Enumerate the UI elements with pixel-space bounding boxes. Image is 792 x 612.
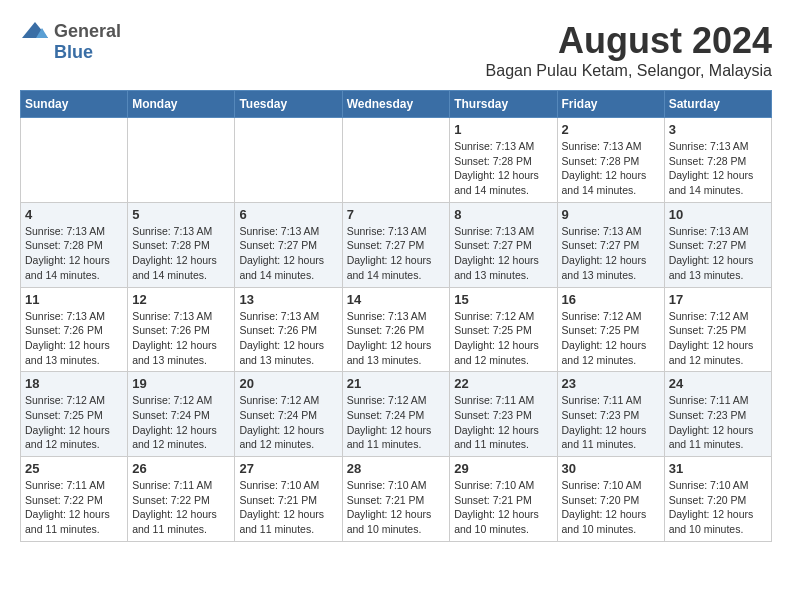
day-number: 28 — [347, 461, 446, 476]
day-info: Sunrise: 7:13 AMSunset: 7:28 PMDaylight:… — [562, 139, 660, 198]
calendar-header: Sunday Monday Tuesday Wednesday Thursday… — [21, 91, 772, 118]
day-number: 13 — [239, 292, 337, 307]
calendar-cell-w1-d5: 1Sunrise: 7:13 AMSunset: 7:28 PMDaylight… — [450, 118, 557, 203]
day-info: Sunrise: 7:13 AMSunset: 7:27 PMDaylight:… — [454, 224, 552, 283]
day-number: 1 — [454, 122, 552, 137]
day-info: Sunrise: 7:10 AMSunset: 7:21 PMDaylight:… — [454, 478, 552, 537]
day-info: Sunrise: 7:10 AMSunset: 7:21 PMDaylight:… — [347, 478, 446, 537]
day-number: 29 — [454, 461, 552, 476]
calendar-cell-w4-d6: 23Sunrise: 7:11 AMSunset: 7:23 PMDayligh… — [557, 372, 664, 457]
day-number: 21 — [347, 376, 446, 391]
calendar-cell-w4-d7: 24Sunrise: 7:11 AMSunset: 7:23 PMDayligh… — [664, 372, 771, 457]
calendar-cell-w5-d6: 30Sunrise: 7:10 AMSunset: 7:20 PMDayligh… — [557, 457, 664, 542]
logo: General Blue — [20, 20, 121, 63]
day-number: 27 — [239, 461, 337, 476]
day-info: Sunrise: 7:12 AMSunset: 7:25 PMDaylight:… — [562, 309, 660, 368]
week-row-4: 18Sunrise: 7:12 AMSunset: 7:25 PMDayligh… — [21, 372, 772, 457]
day-info: Sunrise: 7:13 AMSunset: 7:28 PMDaylight:… — [25, 224, 123, 283]
calendar-cell-w1-d1 — [21, 118, 128, 203]
calendar-cell-w2-d3: 6Sunrise: 7:13 AMSunset: 7:27 PMDaylight… — [235, 202, 342, 287]
day-info: Sunrise: 7:11 AMSunset: 7:23 PMDaylight:… — [454, 393, 552, 452]
day-info: Sunrise: 7:10 AMSunset: 7:21 PMDaylight:… — [239, 478, 337, 537]
calendar-cell-w5-d4: 28Sunrise: 7:10 AMSunset: 7:21 PMDayligh… — [342, 457, 450, 542]
calendar-cell-w2-d4: 7Sunrise: 7:13 AMSunset: 7:27 PMDaylight… — [342, 202, 450, 287]
day-number: 19 — [132, 376, 230, 391]
day-info: Sunrise: 7:12 AMSunset: 7:25 PMDaylight:… — [669, 309, 767, 368]
day-number: 7 — [347, 207, 446, 222]
day-number: 31 — [669, 461, 767, 476]
calendar-cell-w4-d2: 19Sunrise: 7:12 AMSunset: 7:24 PMDayligh… — [128, 372, 235, 457]
day-info: Sunrise: 7:12 AMSunset: 7:24 PMDaylight:… — [132, 393, 230, 452]
day-number: 8 — [454, 207, 552, 222]
day-number: 25 — [25, 461, 123, 476]
day-number: 15 — [454, 292, 552, 307]
calendar-cell-w3-d3: 13Sunrise: 7:13 AMSunset: 7:26 PMDayligh… — [235, 287, 342, 372]
calendar-cell-w1-d7: 3Sunrise: 7:13 AMSunset: 7:28 PMDaylight… — [664, 118, 771, 203]
day-info: Sunrise: 7:13 AMSunset: 7:27 PMDaylight:… — [669, 224, 767, 283]
day-number: 3 — [669, 122, 767, 137]
calendar-cell-w3-d1: 11Sunrise: 7:13 AMSunset: 7:26 PMDayligh… — [21, 287, 128, 372]
day-info: Sunrise: 7:13 AMSunset: 7:28 PMDaylight:… — [132, 224, 230, 283]
calendar-cell-w2-d7: 10Sunrise: 7:13 AMSunset: 7:27 PMDayligh… — [664, 202, 771, 287]
col-sunday: Sunday — [21, 91, 128, 118]
calendar-cell-w5-d7: 31Sunrise: 7:10 AMSunset: 7:20 PMDayligh… — [664, 457, 771, 542]
day-number: 4 — [25, 207, 123, 222]
location: Bagan Pulau Ketam, Selangor, Malaysia — [486, 62, 772, 80]
day-number: 26 — [132, 461, 230, 476]
day-number: 11 — [25, 292, 123, 307]
day-info: Sunrise: 7:10 AMSunset: 7:20 PMDaylight:… — [562, 478, 660, 537]
day-info: Sunrise: 7:13 AMSunset: 7:26 PMDaylight:… — [347, 309, 446, 368]
col-friday: Friday — [557, 91, 664, 118]
day-number: 12 — [132, 292, 230, 307]
day-info: Sunrise: 7:12 AMSunset: 7:24 PMDaylight:… — [239, 393, 337, 452]
week-row-5: 25Sunrise: 7:11 AMSunset: 7:22 PMDayligh… — [21, 457, 772, 542]
calendar-table: Sunday Monday Tuesday Wednesday Thursday… — [20, 90, 772, 542]
calendar-cell-w3-d7: 17Sunrise: 7:12 AMSunset: 7:25 PMDayligh… — [664, 287, 771, 372]
title-block: August 2024 Bagan Pulau Ketam, Selangor,… — [486, 20, 772, 80]
day-number: 24 — [669, 376, 767, 391]
calendar-cell-w2-d2: 5Sunrise: 7:13 AMSunset: 7:28 PMDaylight… — [128, 202, 235, 287]
calendar-cell-w5-d1: 25Sunrise: 7:11 AMSunset: 7:22 PMDayligh… — [21, 457, 128, 542]
calendar-cell-w2-d5: 8Sunrise: 7:13 AMSunset: 7:27 PMDaylight… — [450, 202, 557, 287]
calendar-cell-w4-d3: 20Sunrise: 7:12 AMSunset: 7:24 PMDayligh… — [235, 372, 342, 457]
day-number: 6 — [239, 207, 337, 222]
day-info: Sunrise: 7:12 AMSunset: 7:24 PMDaylight:… — [347, 393, 446, 452]
calendar-cell-w5-d5: 29Sunrise: 7:10 AMSunset: 7:21 PMDayligh… — [450, 457, 557, 542]
day-info: Sunrise: 7:13 AMSunset: 7:27 PMDaylight:… — [562, 224, 660, 283]
day-number: 20 — [239, 376, 337, 391]
day-info: Sunrise: 7:10 AMSunset: 7:20 PMDaylight:… — [669, 478, 767, 537]
day-info: Sunrise: 7:11 AMSunset: 7:22 PMDaylight:… — [132, 478, 230, 537]
calendar-cell-w1-d6: 2Sunrise: 7:13 AMSunset: 7:28 PMDaylight… — [557, 118, 664, 203]
calendar-cell-w3-d2: 12Sunrise: 7:13 AMSunset: 7:26 PMDayligh… — [128, 287, 235, 372]
calendar-cell-w1-d4 — [342, 118, 450, 203]
day-number: 30 — [562, 461, 660, 476]
col-tuesday: Tuesday — [235, 91, 342, 118]
calendar-cell-w3-d5: 15Sunrise: 7:12 AMSunset: 7:25 PMDayligh… — [450, 287, 557, 372]
day-info: Sunrise: 7:13 AMSunset: 7:26 PMDaylight:… — [132, 309, 230, 368]
logo-blue: Blue — [54, 42, 93, 63]
logo-general: General — [54, 21, 121, 42]
calendar-cell-w5-d2: 26Sunrise: 7:11 AMSunset: 7:22 PMDayligh… — [128, 457, 235, 542]
calendar-cell-w3-d6: 16Sunrise: 7:12 AMSunset: 7:25 PMDayligh… — [557, 287, 664, 372]
calendar-cell-w3-d4: 14Sunrise: 7:13 AMSunset: 7:26 PMDayligh… — [342, 287, 450, 372]
calendar-cell-w2-d6: 9Sunrise: 7:13 AMSunset: 7:27 PMDaylight… — [557, 202, 664, 287]
col-saturday: Saturday — [664, 91, 771, 118]
day-info: Sunrise: 7:11 AMSunset: 7:22 PMDaylight:… — [25, 478, 123, 537]
logo-icon — [20, 20, 50, 42]
day-number: 23 — [562, 376, 660, 391]
calendar-cell-w2-d1: 4Sunrise: 7:13 AMSunset: 7:28 PMDaylight… — [21, 202, 128, 287]
day-number: 5 — [132, 207, 230, 222]
day-info: Sunrise: 7:11 AMSunset: 7:23 PMDaylight:… — [562, 393, 660, 452]
day-number: 22 — [454, 376, 552, 391]
day-info: Sunrise: 7:13 AMSunset: 7:27 PMDaylight:… — [347, 224, 446, 283]
week-row-2: 4Sunrise: 7:13 AMSunset: 7:28 PMDaylight… — [21, 202, 772, 287]
day-info: Sunrise: 7:13 AMSunset: 7:26 PMDaylight:… — [239, 309, 337, 368]
day-info: Sunrise: 7:13 AMSunset: 7:26 PMDaylight:… — [25, 309, 123, 368]
day-number: 2 — [562, 122, 660, 137]
day-info: Sunrise: 7:12 AMSunset: 7:25 PMDaylight:… — [454, 309, 552, 368]
calendar-cell-w4-d5: 22Sunrise: 7:11 AMSunset: 7:23 PMDayligh… — [450, 372, 557, 457]
day-number: 17 — [669, 292, 767, 307]
col-wednesday: Wednesday — [342, 91, 450, 118]
calendar-cell-w4-d1: 18Sunrise: 7:12 AMSunset: 7:25 PMDayligh… — [21, 372, 128, 457]
day-number: 18 — [25, 376, 123, 391]
